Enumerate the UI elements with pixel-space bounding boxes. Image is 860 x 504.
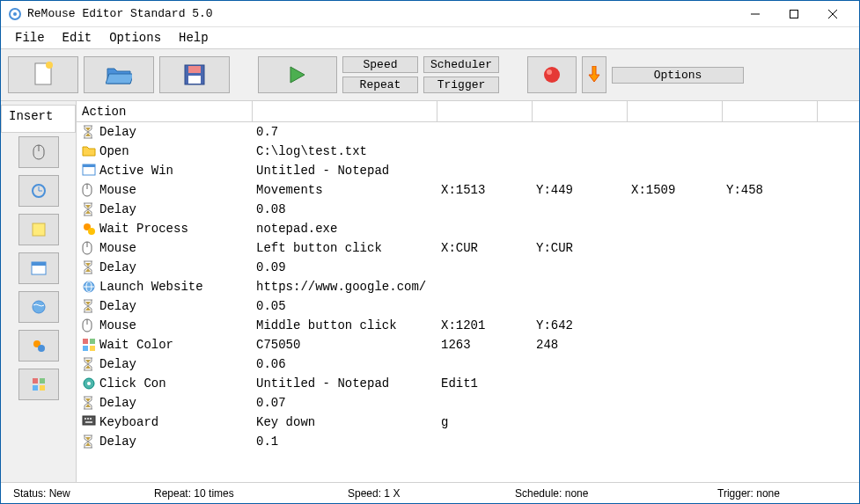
row-cell: Y:458 (723, 182, 818, 198)
hourglass-icon (82, 299, 96, 313)
table-row[interactable]: Delay0.09 (77, 258, 859, 277)
minimize-button[interactable] (736, 2, 775, 26)
svg-rect-20 (32, 262, 46, 266)
maximize-button[interactable] (775, 2, 813, 26)
download-arrow-button[interactable] (582, 56, 606, 93)
target-icon (82, 376, 96, 391)
row-label: Open (99, 144, 129, 158)
row-cell (533, 131, 628, 133)
status-repeat: Repeat: 10 times (145, 487, 339, 500)
row-cell: 0.07 (253, 395, 437, 411)
row-cell (437, 402, 533, 404)
row-cell (437, 228, 533, 230)
row-label: Keyboard (99, 415, 158, 429)
trigger-button[interactable]: Trigger (423, 77, 499, 93)
speed-button[interactable]: Speed (342, 56, 418, 73)
table-row[interactable]: Delay0.08 (77, 200, 859, 219)
insert-mouse-button[interactable] (18, 136, 59, 168)
row-cell (437, 286, 533, 288)
svg-rect-41 (83, 339, 88, 344)
row-cell: Y:449 (533, 182, 628, 198)
table-row[interactable]: Active WinUntitled - Notepad (77, 161, 859, 180)
toolbar: Speed Repeat Scheduler Trigger Options (1, 48, 859, 101)
row-cell (723, 383, 818, 384)
palette-icon (82, 338, 96, 352)
open-button[interactable] (84, 56, 154, 93)
insert-note-button[interactable] (18, 214, 59, 245)
insert-web-button[interactable] (18, 291, 59, 323)
table-row[interactable]: Wait Processnotepad.exe (77, 219, 859, 238)
menu-file[interactable]: File (6, 29, 54, 47)
row-cell (533, 208, 628, 210)
table-row[interactable]: MouseLeft button clickX:CURY:CUR (77, 238, 859, 258)
row-cell (723, 267, 818, 268)
insert-delay-button[interactable] (18, 175, 59, 207)
repeat-button[interactable]: Repeat (342, 77, 418, 93)
insert-window-button[interactable] (18, 252, 59, 284)
menu-edit[interactable]: Edit (54, 29, 101, 47)
table-row[interactable]: Delay0.7 (77, 122, 859, 142)
table-row[interactable]: OpenC:\log\test.txt (77, 142, 859, 161)
app-window: ReMouse Editor Standard 5.0 File Edit Op… (0, 0, 860, 504)
record-button[interactable] (527, 56, 577, 93)
mouse-icon (82, 183, 96, 197)
scheduler-button[interactable]: Scheduler (423, 56, 499, 73)
table-row[interactable]: Delay0.1 (77, 432, 859, 451)
new-button[interactable] (8, 56, 78, 93)
status-schedule: Schedule: none (506, 487, 709, 500)
table-row[interactable]: Delay0.07 (77, 393, 859, 413)
insert-misc-button[interactable] (18, 369, 59, 400)
svg-rect-10 (188, 76, 201, 84)
close-button[interactable] (813, 2, 852, 26)
row-cell (533, 170, 628, 172)
row-cell (437, 441, 533, 442)
svg-point-11 (544, 67, 560, 83)
save-button[interactable] (159, 56, 230, 93)
table-row[interactable]: KeyboardKey downg (77, 413, 859, 432)
row-cell (533, 383, 628, 384)
row-cell (533, 150, 628, 152)
row-cell: Edit1 (437, 376, 533, 391)
table-row[interactable]: Wait ColorC750501263248 (77, 335, 859, 354)
insert-label: Insert (1, 105, 76, 133)
svg-rect-24 (33, 378, 38, 383)
table-row[interactable]: Click ConUntitled - NotepadEdit1 (77, 374, 859, 393)
svg-point-7 (46, 62, 53, 69)
row-cell: 0.08 (253, 201, 437, 217)
row-cell: X:1509 (628, 182, 723, 198)
row-label: Delay (99, 125, 136, 139)
svg-rect-29 (83, 164, 95, 167)
svg-rect-50 (90, 418, 92, 420)
window-icon (82, 164, 96, 178)
keyboard-icon (82, 415, 96, 429)
row-cell: Y:CUR (533, 240, 628, 256)
insert-process-button[interactable] (18, 330, 59, 362)
table-row[interactable]: MouseMiddle button clickX:1201Y:642 (77, 316, 859, 335)
row-cell (437, 208, 533, 210)
hourglass-icon (82, 396, 96, 410)
table-row[interactable]: Delay0.05 (77, 296, 859, 316)
options-button[interactable]: Options (612, 67, 744, 84)
row-cell (723, 286, 818, 288)
menu-options[interactable]: Options (100, 29, 170, 47)
row-label: Delay (99, 202, 136, 216)
table-row[interactable]: Delay0.06 (77, 354, 859, 374)
row-cell (723, 170, 818, 172)
row-label: Delay (99, 435, 136, 449)
row-cell: X:1201 (437, 318, 533, 333)
row-cell (723, 421, 818, 423)
row-cell (723, 208, 818, 210)
menu-help[interactable]: Help (170, 29, 217, 47)
svg-point-46 (87, 382, 91, 385)
grid-body[interactable]: Delay0.7OpenC:\log\test.txtActive WinUnt… (77, 122, 859, 482)
row-cell (628, 286, 723, 288)
row-cell (533, 228, 628, 230)
play-button[interactable] (258, 56, 337, 93)
table-row[interactable]: Launch Websitehttps://www.google.com/ (77, 277, 859, 296)
row-cell: Key down (253, 414, 437, 430)
row-cell (723, 150, 818, 152)
table-row[interactable]: MouseMovementsX:1513Y:449X:1509Y:458 (77, 180, 859, 200)
hourglass-icon (82, 260, 96, 274)
row-cell (628, 344, 723, 346)
row-cell (437, 267, 533, 268)
